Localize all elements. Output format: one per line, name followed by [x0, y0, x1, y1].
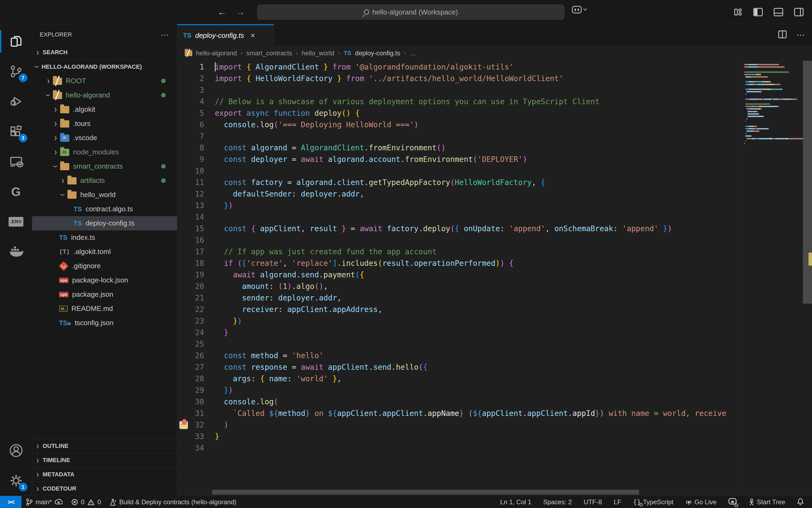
section-search[interactable]: › SEARCH	[32, 45, 177, 59]
tree-item-hello-algorand[interactable]: ›hello-algorand	[32, 88, 177, 102]
indentation-status[interactable]: Spaces: 2	[543, 498, 572, 506]
branch-status[interactable]: main*	[22, 496, 67, 508]
code-line[interactable]: 13 })	[177, 200, 742, 211]
extensions-icon[interactable]: 3	[0, 117, 32, 146]
code-lines[interactable]: 1import { AlgorandClient } from '@algora…	[177, 61, 742, 496]
tree-item-artifacts[interactable]: ›artifacts	[32, 173, 177, 188]
code-line[interactable]: 14	[177, 211, 742, 223]
eol-status[interactable]: LF	[614, 498, 622, 506]
cursor-position-status[interactable]: Ln 1, Col 1	[500, 498, 531, 506]
code-line[interactable]: 19 await algorand.send.payment({	[177, 269, 742, 281]
breadcrumb-item[interactable]: hello-algorand	[196, 49, 237, 57]
tree-item--algokit[interactable]: ›.algokit	[32, 102, 177, 117]
go-live-status[interactable]: Go Live	[685, 496, 717, 508]
code-line[interactable]: 2import { HelloWorldFactory } from '../a…	[177, 73, 742, 84]
code-line[interactable]: 34	[177, 442, 742, 454]
notifications-bell-icon[interactable]	[797, 498, 804, 507]
code-line[interactable]: 16	[177, 235, 742, 246]
code-line[interactable]: 5export async function deploy() {	[177, 108, 742, 119]
horizontal-scrollbar[interactable]	[212, 490, 639, 495]
minimap[interactable]	[742, 62, 803, 496]
code-line[interactable]: 25	[177, 338, 742, 350]
vertical-scrollbar[interactable]	[803, 61, 812, 496]
code-line[interactable]: 26 const method = 'hello'	[177, 350, 742, 362]
tree-item-deploy-config-ts[interactable]: TSdeploy-config.ts	[32, 216, 177, 230]
section-outline[interactable]: ›OUTLINE	[32, 439, 177, 453]
tree-item-package-json[interactable]: npmpackage.json	[32, 287, 177, 301]
code-line[interactable]: 4// Below is a showcase of various deplo…	[177, 96, 742, 108]
tree-item--gitignore[interactable]: .gitignore	[32, 259, 177, 273]
tree-item-index-ts[interactable]: TSindex.ts	[32, 230, 177, 245]
code-line[interactable]: 23 })	[177, 315, 742, 327]
tab-deploy-config[interactable]: TS deploy-config.ts ×	[177, 24, 274, 46]
run-debug-icon[interactable]	[0, 86, 32, 117]
start-tree-status[interactable]: Start Tree	[749, 496, 785, 508]
task-status[interactable]: Build & Deploy contracts (hello-algorand…	[105, 496, 241, 508]
code-line[interactable]: 22 receiver: appClient.appAddress,	[177, 304, 742, 315]
copilot-menu[interactable]	[572, 6, 587, 13]
code-line[interactable]: 21 sender: deployer.addr,	[177, 292, 742, 304]
toggle-panel-icon[interactable]	[773, 7, 783, 17]
code-line[interactable]: 24 }	[177, 327, 742, 338]
remote-explorer-icon[interactable]	[0, 146, 32, 177]
code-line[interactable]: 20 amount: (1).algo(),	[177, 281, 742, 292]
tree-item-readme-md[interactable]: M↓README.md	[32, 301, 177, 316]
code-line[interactable]: 9 const deployer = await algorand.accoun…	[177, 154, 742, 165]
code-line[interactable]: 10	[177, 165, 742, 177]
dotenv-icon[interactable]: .ENV	[0, 207, 32, 237]
account-icon[interactable]	[0, 435, 32, 466]
code-line[interactable]: 17 // If app was just created fund the a…	[177, 246, 742, 257]
breadcrumb-item[interactable]: smart_contracts	[246, 49, 292, 57]
tree-item-node-modules[interactable]: ›node_modules	[32, 145, 177, 159]
tree-item--algokit-toml[interactable]: [T].algokit.toml	[32, 245, 177, 259]
language-status[interactable]: {}× TypeScript	[633, 496, 674, 508]
problems-status[interactable]: 0 0	[67, 496, 105, 508]
toggle-secondary-sidebar-icon[interactable]	[794, 7, 804, 17]
copilot-status-icon[interactable]: ×	[728, 498, 736, 506]
gitlens-icon[interactable]: G	[0, 177, 32, 207]
code-line[interactable]: 18 if (['create', 'replace'].includes(re…	[177, 257, 742, 269]
code-line[interactable]: 1import { AlgorandClient } from '@algora…	[177, 61, 742, 73]
explorer-more-actions[interactable]: ⋯	[161, 30, 169, 39]
source-control-icon[interactable]: 7	[0, 56, 32, 86]
customize-layout-icon[interactable]	[733, 7, 743, 17]
code-line[interactable]: 31 `Called ${method} on ${appClient.appC…	[177, 408, 742, 419]
breadcrumb-item[interactable]: deploy-config.ts	[355, 49, 400, 57]
split-editor-icon[interactable]	[778, 30, 787, 40]
breadcrumb-item[interactable]: …	[410, 49, 416, 57]
encoding-status[interactable]: UTF-8	[584, 498, 602, 506]
code-line[interactable]: 8 const algorand = AlgorandClient.fromEn…	[177, 142, 742, 154]
codetour-map-icon[interactable]	[179, 421, 188, 429]
tab-close-icon[interactable]: ×	[251, 31, 255, 40]
code-line[interactable]: 33}	[177, 431, 742, 442]
command-center[interactable]: hello-algorand (Workspace)	[257, 5, 564, 19]
explorer-icon[interactable]	[0, 26, 32, 56]
code-line[interactable]: 3	[177, 84, 742, 96]
tree-item--tours[interactable]: ›.tours	[32, 117, 177, 131]
code-line[interactable]: 12 defaultSender: deployer.addr,	[177, 188, 742, 200]
code-line[interactable]: 11 const factory = algorand.client.getTy…	[177, 177, 742, 188]
tree-item-hello-world[interactable]: ›hello_world	[32, 188, 177, 202]
nav-forward-icon[interactable]: →	[236, 7, 245, 17]
settings-gear-icon[interactable]: 1	[0, 466, 32, 496]
code-line[interactable]: 30 console.log(	[177, 396, 742, 408]
tree-item--vscode[interactable]: ›.vscode	[32, 131, 177, 145]
tree-item-smart-contracts[interactable]: ›smart_contracts	[32, 159, 177, 173]
workspace-header[interactable]: › HELLO-ALGORAND (WORKSPACE)	[32, 59, 177, 74]
tree-item-root[interactable]: ›ROOT	[32, 74, 177, 88]
nav-back-icon[interactable]: ←	[217, 7, 227, 17]
code-line[interactable]: 27 const response = await appClient.send…	[177, 362, 742, 373]
code-line[interactable]: 28 args: { name: 'world' },	[177, 373, 742, 384]
section-codetour[interactable]: ›CODETOUR	[32, 481, 177, 496]
section-metadata[interactable]: ›METADATA	[32, 467, 177, 481]
tree-item-tsconfig-json[interactable]: TS⚙tsconfig.json	[32, 316, 177, 330]
code-line[interactable]: 29 })	[177, 384, 742, 396]
docker-icon[interactable]	[0, 237, 32, 267]
code-line[interactable]: 15 const { appClient, result } = await f…	[177, 223, 742, 235]
code-line[interactable]: 6 console.log('=== Deploying HelloWorld …	[177, 119, 742, 130]
remote-indicator[interactable]: ><	[0, 496, 22, 508]
breadcrumb-item[interactable]: hello_world	[302, 49, 334, 57]
section-timeline[interactable]: ›TIMELINE	[32, 453, 177, 467]
code-line[interactable]: 32 )	[177, 419, 742, 431]
code-line[interactable]: 7	[177, 130, 742, 142]
